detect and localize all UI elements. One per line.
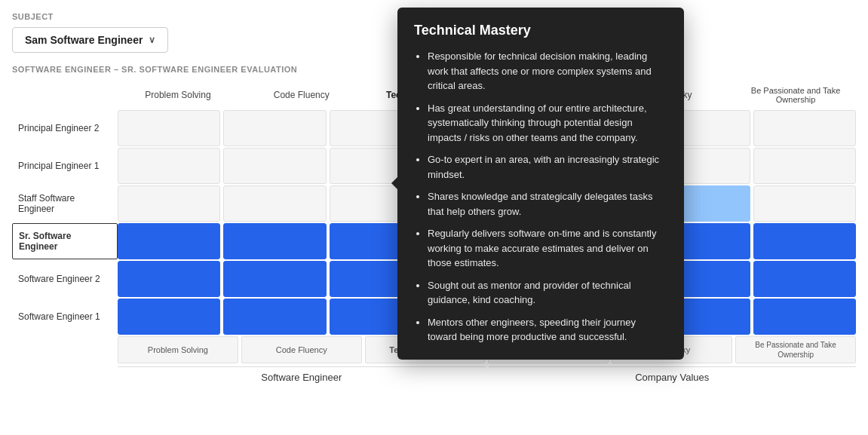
row-label-software-engineer-2: Software Engineer 2 (12, 261, 118, 297)
cell[interactable] (223, 261, 326, 297)
cell[interactable] (118, 261, 220, 297)
col-header-code-fluency: Code Fluency (241, 87, 362, 103)
footer-label-spacer (12, 336, 118, 363)
bottom-label-spacer (12, 366, 118, 383)
cell[interactable] (223, 110, 326, 146)
cell[interactable] (118, 299, 220, 335)
row-label-software-engineer-1: Software Engineer 1 (12, 299, 118, 335)
tooltip-item-6: Sought out as mentor and provider of tec… (428, 278, 667, 308)
row-label-sr-software-engineer: Sr. Software Engineer (12, 223, 118, 259)
cell[interactable] (118, 185, 220, 222)
footer-code-fluency[interactable]: Code Fluency (241, 336, 362, 363)
tooltip-title: Technical Mastery (414, 23, 667, 38)
col-header-be-passionate: Be Passionate and Take Ownership (735, 83, 856, 107)
cell[interactable] (223, 223, 326, 259)
row-label-principal-engineer-1: Principal Engineer 1 (12, 148, 118, 184)
cell[interactable] (118, 223, 220, 259)
cell[interactable] (753, 148, 856, 184)
tooltip-item-4: Shares knowledge and strategically deleg… (428, 189, 667, 219)
subject-name: Sam Software Engineer (25, 34, 143, 46)
tooltip-popup: Technical Mastery Responsible for techni… (397, 8, 684, 360)
bottom-labels-row: Software Engineer Company Values (118, 366, 856, 383)
footer-label-left: Software Engineer (118, 366, 486, 383)
col-header-problem-solving: Problem Solving (118, 87, 238, 103)
tooltip-item-2: Has great understanding of our entire ar… (428, 101, 667, 146)
footer-be-passionate[interactable]: Be Passionate and Take Ownership (735, 336, 856, 363)
row-label-principal-engineer-2: Principal Engineer 2 (12, 110, 118, 146)
tooltip-item-5: Regularly delivers software on-time and … (428, 226, 667, 271)
footer-label-right: Company Values (489, 366, 857, 383)
cell[interactable] (223, 148, 326, 184)
chevron-icon: ∨ (149, 35, 155, 45)
main-container: SUBJECT Sam Software Engineer ∨ SOFTWARE… (0, 0, 868, 435)
cell[interactable] (223, 185, 326, 222)
cell[interactable] (753, 223, 856, 259)
footer-problem-solving[interactable]: Problem Solving (118, 336, 238, 363)
cell[interactable] (118, 110, 220, 146)
tooltip-item-1: Responsible for technical decision makin… (428, 49, 667, 93)
cell[interactable] (753, 299, 856, 335)
tooltip-item-3: Go-to expert in an area, with an increas… (428, 152, 667, 182)
cell[interactable] (223, 299, 326, 335)
tooltip-item-7: Mentors other engineers, speeding their … (428, 315, 667, 345)
bottom-label-wrapper: Software Engineer Company Values (12, 366, 856, 383)
cell[interactable] (753, 261, 856, 297)
cell[interactable] (118, 148, 220, 184)
cell[interactable] (753, 185, 856, 222)
tooltip-list: Responsible for technical decision makin… (414, 49, 667, 345)
subject-select[interactable]: Sam Software Engineer ∨ (12, 27, 168, 53)
cell[interactable] (753, 110, 856, 146)
row-label-staff-software-engineer: Staff Software Engineer (12, 185, 118, 222)
